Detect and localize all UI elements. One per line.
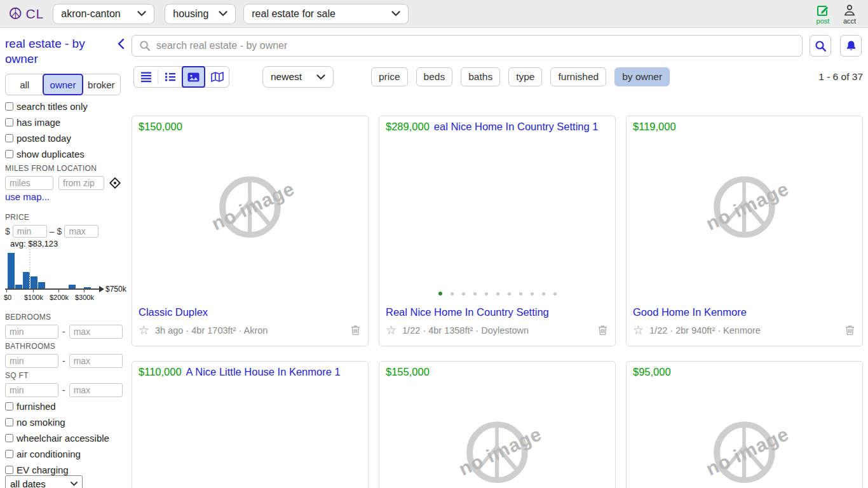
checkbox-no-smoking[interactable]: no smoking [5,417,109,428]
price-min-input[interactable] [13,225,47,238]
listing-meta-text: 3h ago · 4br 1703ft² · Akron [155,325,268,336]
checkbox-has-image[interactable]: has image [5,117,88,128]
checkbox-furnished[interactable]: furnished [5,401,109,412]
dates-dropdown[interactable]: all dates [5,475,83,488]
carousel-dot[interactable] [508,292,511,295]
checkbox-show-duplicates[interactable]: show duplicates [5,149,88,159]
filter-by-owner[interactable]: by owner [614,67,670,86]
favorite-star-icon[interactable]: ☆ [633,324,644,336]
checkbox-air-conditioning[interactable]: air conditioning [5,449,109,459]
category-dropdown[interactable]: real estate for sale [243,4,409,24]
listing-image[interactable]: $289,000eal Nice Home In Country Setting… [379,116,615,302]
carousel-dot[interactable] [531,292,534,295]
filter-furnished[interactable]: furnished [550,67,606,86]
favorite-star-icon[interactable]: ☆ [139,324,149,336]
tab-all[interactable]: all [6,74,43,95]
filter-type[interactable]: type [508,67,542,86]
histogram-average-line [29,249,31,288]
account-button[interactable]: acct [843,3,857,25]
checkbox-label: wheelchair accessible [17,433,109,444]
use-map-link[interactable]: use map... [5,191,50,202]
carousel-dot[interactable] [542,292,545,295]
collapse-sidebar-chevron-icon[interactable] [117,38,125,67]
detail-view-button[interactable] [158,67,182,87]
checkbox-input-ev-charging[interactable] [5,466,13,474]
locate-icon[interactable] [109,177,121,189]
price-max-input[interactable] [64,225,98,238]
listing-title[interactable]: Real Nice Home In Country Setting [386,306,549,318]
bathrooms-min-input[interactable] [5,354,58,368]
chevron-down-icon [71,482,78,486]
sort-dropdown[interactable]: newest [262,66,334,88]
filter-beds[interactable]: beds [416,67,453,86]
tab-broker[interactable]: broker [83,74,120,95]
post-icon [816,3,830,17]
carousel-dot[interactable] [473,292,477,295]
chevron-down-icon [391,11,400,17]
account-label: acct [843,17,856,25]
map-view-button[interactable] [205,67,229,87]
checkbox-input-wheelchair-accessible[interactable] [5,434,13,442]
checkbox-search-titles-only[interactable]: search titles only [5,101,88,112]
trash-icon[interactable] [351,325,360,336]
listing-card[interactable]: $155,000☮no image [379,361,616,488]
listing-image[interactable]: $150,000☮no image [132,116,368,302]
range-dash: - [62,356,65,366]
search-input[interactable] [132,35,803,57]
checkbox-input-search-titles-only[interactable] [5,102,13,111]
listing-title[interactable]: Classic Duplex [139,306,208,318]
checkbox-input-has-image[interactable] [5,118,13,126]
carousel-dot[interactable] [438,292,442,295]
carousel-dots [379,292,615,295]
page-title[interactable]: real estate - by owner [5,36,102,67]
search-button[interactable] [810,35,831,57]
carousel-dot[interactable] [496,292,499,295]
listing-card[interactable]: $119,000☮no imageGood Home In Kenmore☆1/… [626,116,863,346]
checkbox-input-air-conditioning[interactable] [5,450,13,458]
craigslist-logo[interactable]: ☮ CL [8,6,44,22]
checkbox-posted-today[interactable]: posted today [5,133,88,144]
filter-baths[interactable]: baths [461,67,500,86]
listing-image[interactable]: $119,000☮no image [627,116,862,302]
carousel-dot[interactable] [451,292,454,295]
result-count: 1 - 6 of 37 [818,71,863,83]
bedrooms-max-input[interactable] [69,325,123,339]
bathrooms-max-input[interactable] [69,354,123,368]
tab-owner[interactable]: owner [43,74,83,95]
checkbox-wheelchair-accessible[interactable]: wheelchair accessible [5,433,109,444]
checkbox-input-show-duplicates[interactable] [5,150,13,158]
price-histogram[interactable]: $750k $0$100k$200k$300k [5,248,127,304]
carousel-dot[interactable] [462,292,465,295]
alerts-bell-button[interactable] [840,35,862,57]
carousel-dot[interactable] [485,292,488,295]
listing-title[interactable]: Good Home In Kenmore [633,306,747,318]
list-view-button[interactable] [134,67,158,87]
listing-image[interactable]: $110,000A Nice Little House In Kenmore 1 [132,362,368,488]
checkbox-input-furnished[interactable] [5,402,13,410]
post-button[interactable]: post [816,3,830,25]
listing-card[interactable]: $110,000A Nice Little House In Kenmore 1 [132,361,369,488]
area-dropdown[interactable]: akron-canton [53,4,154,24]
listing-card[interactable]: $289,000eal Nice Home In Country Setting… [379,116,616,346]
sqft-min-input[interactable] [5,383,58,397]
sqft-max-input[interactable] [69,383,123,397]
listing-image[interactable]: $95,000☮no image [627,362,862,488]
carousel-dot[interactable] [519,292,522,295]
listing-card[interactable]: $95,000☮no image [626,361,863,488]
favorite-star-icon[interactable]: ☆ [386,324,397,336]
filter-price[interactable]: price [371,67,408,86]
trash-icon[interactable] [845,325,855,336]
zip-input[interactable] [58,176,104,190]
miles-input[interactable] [5,176,53,190]
bedrooms-min-input[interactable] [5,325,58,339]
checkbox-ev-charging[interactable]: EV charging [5,464,109,475]
checkbox-input-no-smoking[interactable] [5,418,13,426]
listing-card[interactable]: $150,000☮no imageClassic Duplex☆3h ago ·… [132,116,369,346]
trash-icon[interactable] [598,325,607,336]
gallery-view-button[interactable] [182,66,205,88]
section-dropdown[interactable]: housing [165,4,236,24]
listing-image[interactable]: $155,000☮no image [379,362,615,488]
histogram-tick-label: $300k [75,294,94,301]
carousel-dot[interactable] [553,292,557,295]
checkbox-input-posted-today[interactable] [5,134,13,142]
